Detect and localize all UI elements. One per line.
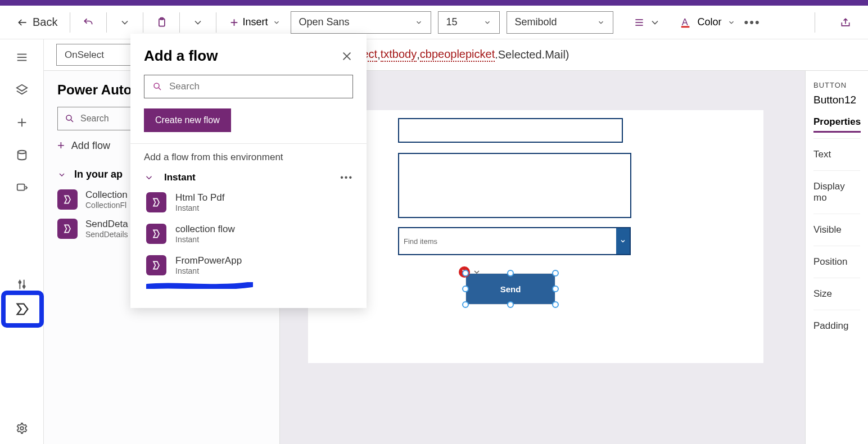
chevron-down-icon bbox=[649, 17, 661, 28]
chevron-down-icon bbox=[415, 19, 423, 26]
flow-badge-icon bbox=[146, 255, 166, 275]
flow-category[interactable]: Instant ••• bbox=[144, 169, 353, 187]
search-placeholder: Search bbox=[80, 114, 109, 124]
flow-title: Html To Pdf bbox=[175, 192, 225, 203]
rail-settings-icon[interactable] bbox=[15, 422, 29, 435]
undo-button[interactable] bbox=[77, 13, 100, 31]
search-icon bbox=[65, 114, 75, 124]
arrow-left-icon bbox=[17, 17, 28, 28]
flow-subtitle: Instant bbox=[175, 266, 242, 275]
popup-flow-item[interactable]: collection flow Instant bbox=[144, 218, 353, 250]
popup-flow-item[interactable]: FromPowerApp Instant bbox=[144, 250, 353, 281]
plus-icon: + bbox=[57, 138, 65, 153]
undo-dropdown[interactable] bbox=[114, 13, 136, 31]
clipboard-icon bbox=[156, 17, 167, 28]
canvas-combo-box[interactable]: Find items bbox=[398, 227, 631, 255]
divider bbox=[130, 143, 367, 144]
insert-label: Insert bbox=[242, 16, 268, 28]
flow-title: collection flow bbox=[175, 224, 235, 235]
svg-point-31 bbox=[154, 83, 159, 88]
flow-badge-icon bbox=[57, 189, 78, 210]
create-new-flow-button[interactable]: Create new flow bbox=[144, 108, 231, 132]
rail-media-icon[interactable] bbox=[15, 181, 29, 194]
app-header-bar bbox=[0, 0, 868, 6]
resize-handle[interactable] bbox=[462, 270, 469, 277]
more-button[interactable]: ••• bbox=[739, 15, 766, 30]
resize-handle[interactable] bbox=[462, 301, 469, 308]
svg-line-26 bbox=[71, 120, 73, 122]
prop-row[interactable]: Position bbox=[813, 246, 860, 278]
divider bbox=[106, 12, 107, 33]
prop-row[interactable]: Display mo bbox=[813, 170, 860, 214]
flow-badge-icon bbox=[146, 192, 166, 212]
prop-row[interactable]: Padding bbox=[813, 310, 860, 342]
divider bbox=[815, 12, 815, 33]
undo-icon bbox=[83, 17, 94, 28]
flow-badge-icon bbox=[57, 219, 78, 239]
divider bbox=[143, 12, 143, 33]
canvas-text-input[interactable] bbox=[398, 118, 623, 143]
rail-tools-icon[interactable] bbox=[15, 278, 29, 291]
font-weight-value: Semibold bbox=[515, 16, 557, 28]
popup-title: Add a flow bbox=[144, 47, 218, 65]
category-more-icon[interactable]: ••• bbox=[340, 173, 353, 183]
svg-rect-7 bbox=[681, 26, 689, 28]
font-family-select[interactable]: Open Sans bbox=[291, 11, 431, 34]
resize-handle[interactable] bbox=[552, 286, 559, 292]
chevron-down-icon bbox=[192, 17, 204, 28]
send-button-label: Send bbox=[500, 284, 521, 294]
font-weight-select[interactable]: Semibold bbox=[507, 11, 613, 34]
align-button[interactable] bbox=[628, 13, 666, 31]
popup-flow-item[interactable]: Html To Pdf Instant bbox=[144, 187, 353, 218]
properties-tab[interactable]: Properties bbox=[813, 116, 861, 133]
resize-handle[interactable] bbox=[507, 301, 514, 308]
env-label: Add a flow from this environment bbox=[144, 152, 353, 163]
tree-section-label: In your ap bbox=[74, 169, 123, 180]
share-icon bbox=[840, 17, 851, 28]
resize-handle[interactable] bbox=[552, 301, 559, 308]
svg-marker-12 bbox=[16, 85, 26, 91]
popup-search[interactable] bbox=[144, 75, 353, 98]
chevron-down-icon bbox=[273, 19, 281, 26]
popup-search-input[interactable] bbox=[169, 81, 345, 92]
paste-button[interactable] bbox=[150, 13, 173, 31]
combo-chevron[interactable] bbox=[616, 228, 630, 254]
chevron-down-icon bbox=[119, 17, 130, 28]
screen-card: Find items ✕ Send bbox=[308, 110, 763, 363]
rail-insert-icon[interactable] bbox=[15, 116, 29, 129]
flow-subtitle: Instant bbox=[175, 235, 235, 244]
resize-handle[interactable] bbox=[507, 270, 514, 277]
prop-row[interactable]: Size bbox=[813, 278, 860, 310]
plus-icon: + bbox=[230, 16, 238, 29]
svg-point-24 bbox=[20, 427, 24, 430]
resize-handle[interactable] bbox=[552, 270, 559, 277]
back-label: Back bbox=[33, 16, 57, 29]
svg-marker-28 bbox=[65, 225, 70, 232]
flow-icon[interactable] bbox=[15, 301, 30, 317]
prop-row[interactable]: Visible bbox=[813, 214, 860, 246]
send-button[interactable]: Send bbox=[465, 273, 555, 305]
insert-button[interactable]: + Insert bbox=[223, 16, 287, 29]
back-button[interactable]: Back bbox=[11, 12, 63, 32]
combo-placeholder: Find items bbox=[399, 237, 616, 246]
svg-marker-34 bbox=[153, 230, 159, 237]
svg-rect-16 bbox=[17, 184, 24, 191]
font-size-select[interactable]: 15 bbox=[438, 11, 500, 34]
divider bbox=[70, 12, 70, 33]
prop-row[interactable]: Text bbox=[813, 138, 860, 170]
annotation-underline bbox=[146, 282, 253, 289]
rail-tree-icon[interactable] bbox=[15, 51, 29, 64]
formula-bar[interactable]: (txtsubject,txtbody,cbpeoplepicket.Selec… bbox=[315, 39, 868, 70]
canvas-text-input[interactable] bbox=[398, 153, 631, 218]
chevron-down-icon[interactable] bbox=[472, 268, 481, 277]
share-button[interactable] bbox=[834, 13, 857, 31]
rail-layers-icon[interactable] bbox=[15, 83, 29, 97]
font-family-value: Open Sans bbox=[299, 16, 350, 28]
color-button[interactable]: A Color bbox=[680, 16, 735, 29]
rail-data-icon[interactable] bbox=[15, 148, 29, 162]
add-flow-label: Add flow bbox=[71, 140, 110, 152]
paste-dropdown[interactable] bbox=[187, 13, 209, 31]
resize-handle[interactable] bbox=[462, 286, 469, 292]
chevron-down-icon bbox=[57, 170, 66, 179]
close-icon[interactable] bbox=[341, 50, 353, 62]
